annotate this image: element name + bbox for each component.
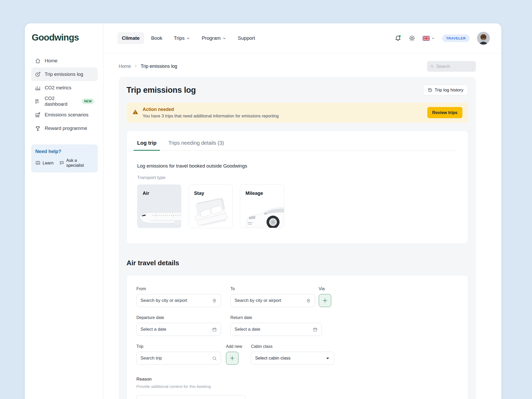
from-input[interactable] [141,298,210,303]
scenarios-icon [35,112,41,118]
air-travel-form: From To [127,275,468,399]
nav-tab-support[interactable]: Support [233,32,260,44]
notification-dot [399,35,401,37]
air-travel-details-heading: Air travel details [127,259,468,267]
nav-tab-climate[interactable]: Climate [117,32,144,44]
learn-link[interactable]: Learn [35,160,54,165]
breadcrumb: Home Trip emissions log [119,64,177,69]
role-badge: TRAVELER [442,35,470,42]
to-input[interactable] [235,298,304,303]
to-field: To [230,287,315,307]
new-badge: NEW [82,98,94,104]
from-label: From [136,287,221,291]
chevron-down-icon [222,36,226,40]
page-title: Trip emissions log [127,85,196,95]
sidebar: Goodwings Home Trip emissions log CO2 me… [25,23,103,399]
log-trip-card: Log trip Trips needing details (3) Log e… [127,130,468,244]
chat-icon [59,160,64,165]
sidebar-item-label: Trip emissions log [45,71,83,77]
user-avatar[interactable] [477,32,490,45]
search-input[interactable] [436,64,473,69]
calendar-icon [212,327,217,332]
language-selector[interactable] [423,36,435,41]
tab-trips-needing-details[interactable]: Trips needing details (3) [168,140,224,150]
warning-icon [132,109,138,115]
review-trips-button[interactable]: Review trips [427,107,462,118]
tab-log-trip[interactable]: Log trip [137,140,156,150]
transport-options: Air Stay [137,184,457,228]
return-date-input[interactable] [235,327,311,332]
main-area: Climate Book Trips Program Support [103,23,501,399]
uk-flag-icon [423,36,430,41]
metrics-icon [35,85,41,91]
sidebar-item-home[interactable]: Home [31,54,98,68]
sun-icon [409,35,415,42]
search-icon [212,356,217,361]
calendar-icon [313,327,318,332]
ask-specialist-label: Ask a specialist [66,158,94,168]
add-via-button[interactable] [319,294,331,307]
sidebar-item-co2-dashboard[interactable]: CO2 dashboard NEW [31,95,98,108]
return-date-field: Return date [230,315,322,336]
sidebar-item-label: CO2 dashboard [45,96,76,107]
via-label: Via [319,287,331,291]
need-help-card: Need help? Learn Ask a specialist [31,144,98,172]
reason-label: Reason [136,377,458,382]
banner-text: Action needed You have 3 trips that need… [143,107,279,118]
sidebar-item-reward-programme[interactable]: Reward programme [31,122,98,135]
sidebar-item-emissions-scenarios[interactable]: Emissions scenarios [31,108,98,122]
content-area: Home Trip emissions log Trip emissions l… [103,53,501,399]
trip-field: Trip [136,344,221,365]
app-window: Goodwings Home Trip emissions log CO2 me… [25,23,501,399]
cabin-class-label: Cabin class [251,344,334,349]
nav-tab-trips[interactable]: Trips [169,32,195,44]
airplane-image [139,208,181,226]
history-icon [428,88,432,92]
cabin-class-select[interactable]: Select cabin class [251,352,334,365]
notifications-button[interactable] [395,35,401,42]
location-pin-icon [212,298,217,303]
transport-option-mileage[interactable]: Mileage [240,184,284,228]
sidebar-item-label: Reward programme [45,125,87,131]
caret-down-icon [325,356,330,361]
nav-tab-program[interactable]: Program [197,32,231,44]
plus-icon [229,355,235,361]
transport-type-label: Transport type [137,175,457,180]
reason-section: Reason Provide additional context for th… [136,377,458,399]
nav-tab-book[interactable]: Book [147,32,167,44]
transport-option-stay[interactable]: Stay [189,184,233,228]
plus-icon [322,298,328,303]
theme-toggle-button[interactable] [409,35,415,42]
add-new-trip-button[interactable] [226,352,238,365]
sidebar-item-co2-metrics[interactable]: CO2 metrics [31,81,98,95]
departure-date-field: Departure date [136,315,221,336]
learn-label: Learn [43,161,54,165]
from-field: From [136,287,221,307]
global-search[interactable] [427,61,476,72]
trip-search-input[interactable] [141,356,210,361]
transport-option-air[interactable]: Air [137,184,181,228]
sidebar-item-trip-emissions-log[interactable]: Trip emissions log [31,68,98,81]
to-label: To [230,287,315,291]
via-field: Via [319,287,331,307]
cabin-class-value: Select cabin class [255,356,323,361]
departure-date-label: Departure date [136,315,221,320]
chevron-down-icon [186,36,190,40]
breadcrumb-separator [134,64,138,69]
chevron-down-icon [431,36,435,40]
log-emissions-heading: Log emissions for travel booked outside … [137,163,457,169]
search-icon [430,64,434,69]
reason-hint: Provide additional context for this book… [136,384,458,389]
ask-specialist-link[interactable]: Ask a specialist [59,158,94,168]
trip-log-history-button[interactable]: Trip log history [423,85,468,95]
breadcrumb-home-link[interactable]: Home [119,64,131,69]
need-help-title: Need help? [35,149,94,154]
reason-textarea[interactable] [136,395,245,399]
avatar-image [477,32,490,45]
add-new-label: Add new [226,344,242,349]
trip-label: Trip [136,344,221,349]
location-pin-icon [306,298,311,303]
chevron-right-icon [134,64,138,68]
departure-date-input[interactable] [141,327,210,332]
trip-log-icon [35,71,41,77]
